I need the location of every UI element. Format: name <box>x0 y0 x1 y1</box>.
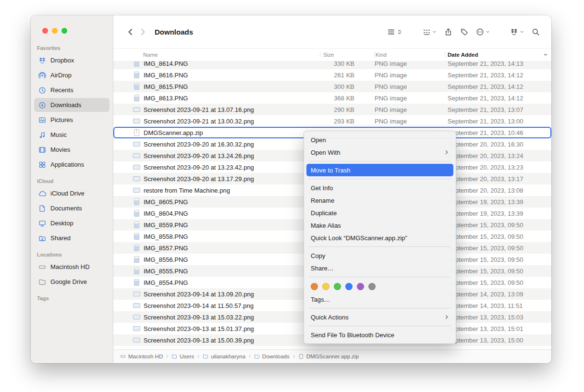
menu-item-label: Rename <box>311 197 334 204</box>
tag-color-dot[interactable] <box>345 283 353 290</box>
file-date: September 21, 2023, 13:00 <box>445 118 551 125</box>
menu-item-quick-look-dmgscanner-app-zip[interactable]: Quick Look “DMGScanner.app.zip” <box>306 232 453 244</box>
file-date: September 15, 2023, 09:50 <box>445 256 551 263</box>
file-date: September 20, 2023, 13:23 <box>445 164 551 171</box>
file-date: September 20, 2023, 13:17 <box>445 175 551 183</box>
view-options-button[interactable] <box>383 25 406 38</box>
menu-item-duplicate[interactable]: Duplicate <box>306 207 453 219</box>
window-controls <box>31 15 113 37</box>
menu-item-label: Duplicate <box>311 209 337 217</box>
sidebar-item-downloads[interactable]: Downloads <box>34 98 110 112</box>
tag-color-dot[interactable] <box>322 283 329 290</box>
tag-color-dot[interactable] <box>334 283 341 290</box>
menu-item-rename[interactable]: Rename <box>306 194 453 207</box>
column-header-kind[interactable]: Kind <box>375 52 445 58</box>
path-bar-label: Downloads <box>262 354 290 359</box>
share-button[interactable] <box>440 25 456 38</box>
search-button[interactable] <box>528 25 544 38</box>
sidebar-item-airdrop[interactable]: AirDrop <box>34 68 110 82</box>
sidebar-item-desktop[interactable]: Desktop <box>34 216 110 230</box>
file-icon <box>133 256 140 263</box>
sidebar-item-dropbox[interactable]: Dropbox <box>34 53 110 67</box>
zoom-button[interactable] <box>61 28 67 34</box>
sidebar-item-shared[interactable]: Shared <box>34 231 110 245</box>
dropbox-toolbar-button[interactable] <box>506 25 528 38</box>
music-icon <box>37 131 47 139</box>
sidebar-item-music[interactable]: Music <box>34 128 110 142</box>
menu-separator <box>309 246 451 247</box>
path-bar-item-ulianakharyna[interactable]: ulianakharyna <box>203 354 245 359</box>
sidebar-item-applications[interactable]: Applications <box>34 158 110 172</box>
sidebar-item-macintosh-hd[interactable]: Macintosh HD <box>34 260 110 274</box>
file-date: September 19, 2023, 13:39 <box>445 210 551 217</box>
search-icon <box>532 28 540 36</box>
menu-item-get-info[interactable]: Get Info <box>306 182 453 194</box>
file-row[interactable]: IMG_8614.PNG 330 KB PNG image September … <box>113 61 551 69</box>
path-bar-item-macintosh-hd[interactable]: Macintosh HD <box>120 354 163 359</box>
file-row[interactable]: Screenshot 2023-09-21 at 13.00.32.png 29… <box>113 115 551 127</box>
column-header-date-added[interactable]: Date Added <box>445 52 551 58</box>
chevron-up-down-icon <box>397 28 402 36</box>
file-icon <box>133 72 140 78</box>
menu-item-quick-actions[interactable]: Quick Actions <box>306 311 453 323</box>
sidebar-section-label: Locations <box>34 246 110 259</box>
file-date: September 14, 2023, 13:09 <box>445 291 551 298</box>
menu-item-copy[interactable]: Copy <box>306 249 453 262</box>
file-row[interactable]: Screenshot 2023-09-21 at 13.07.16.png 29… <box>113 104 551 115</box>
file-icon <box>133 95 140 101</box>
sidebar-item-movies[interactable]: Movies <box>34 143 110 157</box>
file-size: 261 KB <box>320 72 375 79</box>
file-row[interactable]: IMG_8613.PNG 368 KB PNG image September … <box>113 92 551 104</box>
group-button[interactable] <box>419 25 440 38</box>
file-icon <box>133 279 140 286</box>
file-icon <box>133 268 140 274</box>
tag-color-dot[interactable] <box>368 283 376 290</box>
file-row[interactable]: IMG_8615.PNG 300 KB PNG image September … <box>113 81 551 92</box>
file-name-cell: restore from Time Machine.png <box>113 187 320 194</box>
back-button[interactable] <box>124 25 136 38</box>
file-name-cell: Screenshot 2023-09-20 at 13.24.26.png <box>113 152 320 159</box>
minimize-button[interactable] <box>52 28 58 34</box>
file-name-cell: Screenshot 2023-09-21 at 13.00.32.png <box>113 118 320 125</box>
path-bar-item-downloads[interactable]: Downloads <box>254 354 290 359</box>
file-name-cell: IMG_8558.PNG <box>113 233 320 240</box>
sidebar-item-google-drive[interactable]: Google Drive <box>34 275 110 289</box>
file-date: September 21, 2023, 14:12 <box>445 72 551 79</box>
close-button[interactable] <box>42 28 48 34</box>
file-name: Screenshot 2023-09-21 at 13.07.16.png <box>144 106 254 113</box>
sidebar-section-label: iCloud <box>34 172 110 185</box>
sidebar-item-pictures[interactable]: Pictures <box>34 113 110 127</box>
menu-item-move-to-trash[interactable]: Move to Trash <box>306 164 453 176</box>
chevron-right-icon <box>444 315 449 319</box>
sidebar-item-documents[interactable]: Documents <box>34 201 110 215</box>
file-row[interactable]: IMG_8616.PNG 261 KB PNG image September … <box>113 69 551 81</box>
path-bar-item-users[interactable]: Users <box>171 354 194 359</box>
path-bar-item-dmgscanner-app-zip[interactable]: DMGScanner.app.zip <box>298 354 359 359</box>
sidebar-item-label: Music <box>50 131 67 138</box>
tag-button[interactable] <box>456 25 472 38</box>
sidebar-item-recents[interactable]: Recents <box>34 83 110 97</box>
file-icon <box>133 233 140 240</box>
menu-item-share[interactable]: Share… <box>306 262 453 274</box>
menu-item-label: Share… <box>311 265 334 272</box>
column-header-name[interactable]: Name <box>113 52 320 58</box>
forward-button[interactable] <box>136 25 149 38</box>
menu-item-open-with[interactable]: Open With <box>306 146 453 159</box>
tag-color-dot[interactable] <box>357 283 364 290</box>
finder-window: Favorites Dropbox AirDrop Recents Downlo… <box>31 15 551 363</box>
more-actions-button[interactable] <box>472 25 494 38</box>
file-name: Screenshot 2023-09-20 at 16.30.32.png <box>144 141 254 148</box>
menu-item-make-alias[interactable]: Make Alias <box>306 219 453 232</box>
menu-item-open[interactable]: Open <box>306 134 453 146</box>
tag-color-dot[interactable] <box>311 283 318 290</box>
menu-item-send-file-to-bluetooth-device[interactable]: Send File To Bluetooth Device <box>306 329 453 341</box>
path-bar-label: DMGScanner.app.zip <box>306 354 359 359</box>
file-name-cell: IMG_8615.PNG <box>113 83 320 90</box>
menu-item-tags[interactable]: Tags… <box>306 293 453 306</box>
download-icon <box>37 101 47 109</box>
file-name: Screenshot 2023-09-13 at 15.03.22.png <box>144 314 254 321</box>
file-date: September 15, 2023, 09:50 <box>445 268 551 275</box>
column-header-size[interactable]: Size <box>320 52 375 58</box>
sidebar-item-icloud-drive[interactable]: iCloud Drive <box>34 186 110 200</box>
file-name-cell: Screenshot 2023-09-14 at 11.50.57.png <box>113 302 320 309</box>
